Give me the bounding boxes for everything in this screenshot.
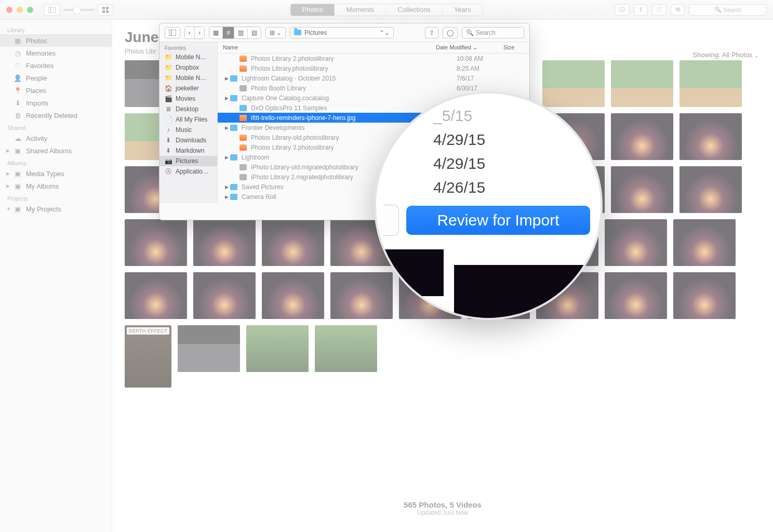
photo-thumb[interactable] <box>178 325 240 372</box>
chevron-right-icon: ▶ <box>6 183 10 189</box>
sidebar-item-memories[interactable]: ◷Memories <box>0 47 112 59</box>
sidebar-item-label: Places <box>26 87 46 95</box>
finder-fav-item[interactable]: ⬇Markdown <box>159 145 217 156</box>
photo-thumb[interactable] <box>679 166 742 213</box>
finder-group-button[interactable]: ⊞⌄ <box>265 27 286 38</box>
tab-photos[interactable]: Photos <box>290 4 335 16</box>
finder-path-popup[interactable]: Pictures ⌃⌄ <box>290 27 394 38</box>
finder-tags-button[interactable]: ◯ <box>443 27 458 38</box>
photo-thumb[interactable] <box>605 272 667 319</box>
finder-row[interactable]: ▶Lightroom Catalog - October 20157/6/17 <box>218 73 529 83</box>
photo-thumb[interactable] <box>611 113 673 160</box>
share-icon: ⇪ <box>429 29 434 36</box>
sidebar-item-label: My Albums <box>26 182 59 190</box>
zoom-window-icon[interactable] <box>27 7 33 13</box>
showing-prefix: Showing: <box>692 51 720 59</box>
finder-fav-label: Dropbox <box>176 64 199 71</box>
sidebar-item-my-projects[interactable]: ▼▣My Projects <box>0 203 112 215</box>
finder-fav-item[interactable]: 📁Mobile N… <box>159 52 217 62</box>
finder-back-button[interactable]: ‹ <box>185 27 195 38</box>
info-button[interactable]: ⓘ <box>615 4 630 16</box>
finder-fav-item[interactable]: ♪Music <box>159 125 217 135</box>
close-window-icon[interactable] <box>6 7 12 13</box>
finder-fav-item[interactable]: 📄All My Files <box>159 114 217 125</box>
search-icon: 🔍 <box>466 29 474 36</box>
finder-favorites-header: Favorites <box>159 45 217 52</box>
sidebar-item-label: Memories <box>26 49 56 57</box>
photo-thumb[interactable] <box>673 219 736 266</box>
photo-thumb[interactable] <box>605 219 667 266</box>
photo-thumb[interactable] <box>679 60 742 107</box>
finder-share-button[interactable]: ⇪ <box>425 27 438 38</box>
photo-thumb[interactable] <box>611 166 673 213</box>
folder-icon <box>230 125 238 131</box>
photo-thumb[interactable] <box>673 272 736 319</box>
photo-thumb[interactable] <box>193 272 256 319</box>
finder-sidebar-toggle[interactable] <box>165 27 180 38</box>
photo-thumb[interactable] <box>246 325 309 372</box>
down-icon: ⬇ <box>165 137 172 144</box>
sidebar-item-people[interactable]: 👤People <box>0 72 112 84</box>
sidebar-item-photos[interactable]: ▦Photos <box>0 34 112 47</box>
finder-fav-item[interactable]: ⒶApplicatio… <box>159 166 217 177</box>
minimize-window-icon[interactable] <box>17 7 23 13</box>
photo-thumb[interactable] <box>315 325 377 372</box>
rotate-button[interactable]: ⟲ <box>671 4 685 16</box>
photo-thumb[interactable] <box>611 60 673 107</box>
toolbar-search[interactable]: 🔍 Search <box>689 4 767 16</box>
photo-thumb[interactable] <box>193 219 256 266</box>
finder-fav-item[interactable]: 📷Pictures <box>159 156 217 166</box>
column-size[interactable]: Size <box>503 44 524 51</box>
sidebar-toggle-button[interactable] <box>44 4 60 16</box>
finder-view-coverflow-button[interactable]: ▤ <box>248 27 261 38</box>
cancel-button-edge[interactable] <box>383 205 399 236</box>
tab-collections[interactable]: Collections <box>386 4 443 16</box>
finder-fav-item[interactable]: 📁Dropbox <box>159 62 217 73</box>
md-icon: ⬇ <box>165 147 172 154</box>
sidebar-item-my-albums[interactable]: ▶▣My Albums <box>0 180 112 192</box>
review-for-import-button[interactable]: Review for Import <box>406 206 590 235</box>
file-icon <box>239 85 248 91</box>
photo-thumb[interactable]: DEPTH EFFECT <box>125 325 171 388</box>
file-icon <box>239 56 248 62</box>
photo-thumb[interactable] <box>262 219 324 266</box>
finder-fav-item[interactable]: 🎬Movies <box>159 94 217 104</box>
photo-thumb[interactable] <box>262 272 324 319</box>
share-button[interactable]: ⇪ <box>634 4 648 16</box>
sidebar-item-shared-albums[interactable]: ▶▣Shared Albums <box>0 144 112 157</box>
finder-view-columns-button[interactable]: ▥ <box>234 27 248 38</box>
sidebar-item-media-types[interactable]: ▶▣Media Types <box>0 167 112 180</box>
showing-selector[interactable]: Showing: All Photos ⌄ <box>692 51 758 59</box>
library-footer: 565 Photos, 5 Videos Updated Just Now <box>112 500 773 516</box>
column-name[interactable]: Name <box>223 44 436 51</box>
photo-thumb[interactable] <box>330 272 393 319</box>
tab-years[interactable]: Years <box>443 4 483 16</box>
finder-fav-item[interactable]: 🖥Desktop <box>159 104 217 114</box>
finder-fav-item[interactable]: 📁Mobile N… <box>159 73 217 83</box>
zoom-grid-button[interactable] <box>98 4 113 16</box>
finder-row[interactable]: Photos Library 2.photoslibrary10:08 AM <box>218 54 529 63</box>
column-date[interactable]: Date Modified ⌄ <box>436 44 503 51</box>
finder-view-icon-button[interactable]: ▦ <box>209 27 223 38</box>
sidebar-item-favorites[interactable]: ♡Favorites <box>0 59 112 72</box>
favorite-button[interactable]: ♡ <box>652 4 667 16</box>
folder-icon: ▣ <box>14 205 22 213</box>
sidebar-item-imports[interactable]: ⬇Imports <box>0 97 112 109</box>
finder-view-list-button[interactable]: ≡ <box>223 27 234 38</box>
photo-thumb[interactable] <box>542 60 605 107</box>
photo-thumb[interactable] <box>125 272 187 319</box>
finder-fav-item[interactable]: 🏠joekeller <box>159 83 217 94</box>
finder-fav-item[interactable]: ⬇Downloads <box>159 135 217 145</box>
photo-thumb[interactable] <box>125 219 187 266</box>
zoom-slider[interactable] <box>63 9 95 11</box>
sidebar-item-places[interactable]: 📍Places <box>0 84 112 97</box>
finder-search[interactable]: 🔍Search <box>462 27 524 38</box>
person-icon: 👤 <box>14 74 22 82</box>
finder-forward-button[interactable]: › <box>195 27 204 38</box>
sidebar-item-recently-deleted[interactable]: 🗑Recently Deleted <box>0 109 112 122</box>
sidebar-item-activity[interactable]: ☁Activity <box>0 132 112 144</box>
finder-fav-label: joekeller <box>176 85 199 92</box>
photo-thumb[interactable] <box>679 113 742 160</box>
finder-row[interactable]: Photos Library.photoslibrary8:25 AM <box>218 63 529 73</box>
tab-moments[interactable]: Moments <box>335 4 386 16</box>
